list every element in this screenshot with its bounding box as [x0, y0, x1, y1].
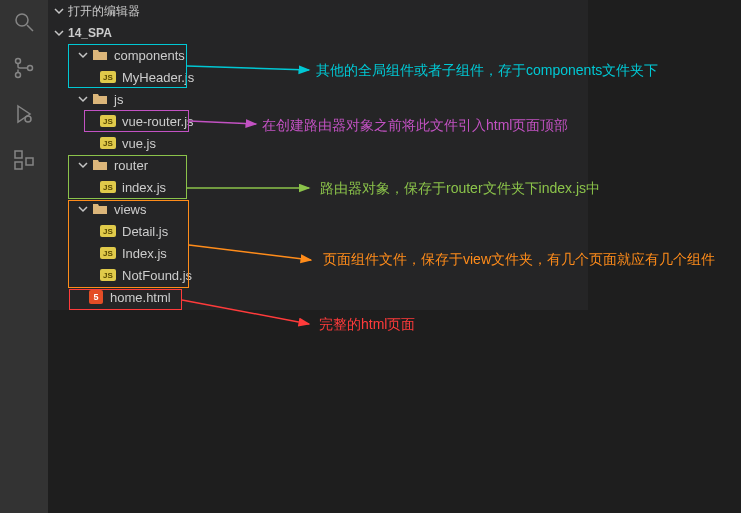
svg-rect-7	[15, 151, 22, 158]
file-label: home.html	[110, 290, 171, 305]
js-icon: JS	[100, 135, 116, 151]
chevron-down-icon	[76, 48, 90, 62]
file-label: MyHeader.js	[122, 70, 194, 85]
js-icon: JS	[100, 223, 116, 239]
file-detail[interactable]: JS Detail.js	[48, 220, 588, 242]
svg-rect-9	[26, 158, 33, 165]
folder-label: views	[114, 202, 147, 217]
annotation-router: 路由器对象，保存于router文件夹下index.js中	[320, 180, 600, 198]
folder-router[interactable]: router	[48, 154, 588, 176]
file-label: NotFound.js	[122, 268, 192, 283]
file-label: Index.js	[122, 246, 167, 261]
file-label: vue-router.js	[122, 114, 194, 129]
folder-icon	[92, 47, 108, 63]
project-label: 14_SPA	[68, 26, 112, 40]
js-icon: JS	[100, 69, 116, 85]
folder-icon	[92, 157, 108, 173]
folder-icon	[92, 91, 108, 107]
open-editors-header[interactable]: 打开的编辑器	[48, 0, 588, 22]
chevron-down-icon	[52, 4, 66, 18]
chevron-down-icon	[76, 158, 90, 172]
activity-bar	[0, 0, 48, 513]
annotation-views: 页面组件文件，保存于view文件夹，有几个页面就应有几个组件	[323, 248, 733, 270]
folder-label: components	[114, 48, 185, 63]
js-icon: JS	[100, 113, 116, 129]
file-tree: components JS MyHeader.js js JS vue-rout…	[48, 44, 588, 314]
file-label: index.js	[122, 180, 166, 195]
svg-marker-5	[18, 106, 30, 122]
folder-js[interactable]: js	[48, 88, 588, 110]
annotation-components: 其他的全局组件或者子组件，存于components文件夹下	[316, 62, 658, 80]
extensions-icon[interactable]	[10, 146, 38, 174]
file-label: Detail.js	[122, 224, 168, 239]
svg-point-6	[25, 116, 31, 122]
folder-label: router	[114, 158, 148, 173]
file-label: vue.js	[122, 136, 156, 151]
annotation-vue-router: 在创建路由器对象之前将此文件引入html页面顶部	[262, 117, 568, 135]
js-icon: JS	[100, 267, 116, 283]
svg-point-3	[16, 73, 21, 78]
chevron-down-icon	[76, 202, 90, 216]
chevron-down-icon	[52, 26, 66, 40]
js-icon: JS	[100, 245, 116, 261]
source-control-icon[interactable]	[10, 54, 38, 82]
chevron-down-icon	[76, 92, 90, 106]
file-vue[interactable]: JS vue.js	[48, 132, 588, 154]
svg-point-4	[28, 66, 33, 71]
svg-point-2	[16, 59, 21, 64]
project-header[interactable]: 14_SPA	[48, 22, 588, 44]
run-debug-icon[interactable]	[10, 100, 38, 128]
js-icon: JS	[100, 179, 116, 195]
folder-views[interactable]: views	[48, 198, 588, 220]
file-home-html[interactable]: 5 home.html	[48, 286, 588, 308]
html-icon: 5	[88, 289, 104, 305]
svg-line-1	[27, 25, 33, 31]
folder-label: js	[114, 92, 123, 107]
open-editors-label: 打开的编辑器	[68, 3, 140, 20]
annotation-home: 完整的html页面	[319, 316, 415, 334]
folder-icon	[92, 201, 108, 217]
editor-area	[48, 310, 741, 513]
search-icon[interactable]	[10, 8, 38, 36]
svg-rect-8	[15, 162, 22, 169]
svg-point-0	[16, 14, 28, 26]
